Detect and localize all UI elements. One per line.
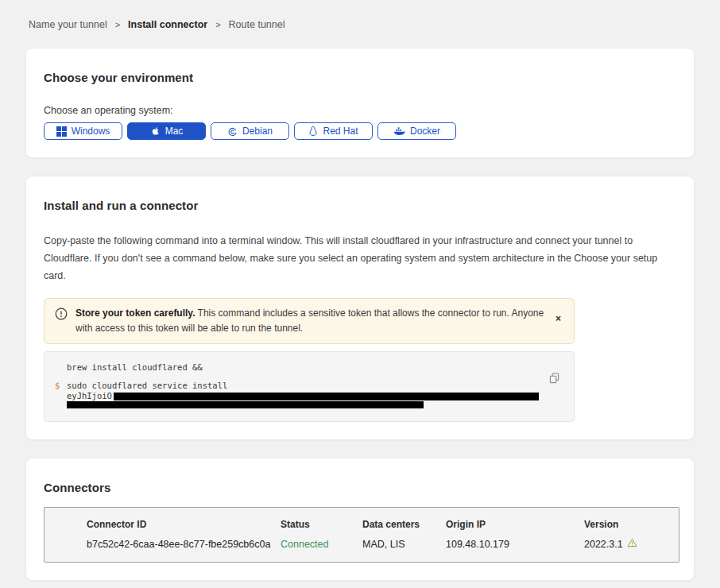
header-origin-ip: Origin IP — [446, 519, 584, 530]
warning-text-bold: Store your token carefully. — [75, 308, 195, 319]
table-header-row: Connector ID Status Data centers Origin … — [87, 519, 679, 538]
close-icon[interactable]: × — [552, 312, 564, 325]
code-line-sudo: sudo cloudflared service install — [67, 381, 552, 391]
token-prefix: eyJhIjoiO — [67, 391, 112, 400]
table-row: b7c52c42-6caa-48ee-8c77-fbe259cb6c0a Con… — [87, 538, 679, 550]
header-data-centers: Data centers — [362, 519, 446, 530]
apple-icon — [150, 126, 161, 137]
cell-connector-id: b7c52c42-6caa-48ee-8c77-fbe259cb6c0a — [87, 539, 281, 550]
redacted-token-bar — [114, 393, 539, 400]
cell-origin-ip: 109.48.10.179 — [446, 539, 584, 550]
status-badge: Connected — [281, 539, 362, 550]
card-title: Choose your environment — [44, 71, 676, 84]
os-button-redhat[interactable]: Red Hat — [294, 122, 373, 140]
connectors-table: Connector ID Status Data centers Origin … — [44, 507, 679, 563]
version-value: 2022.3.1 — [584, 539, 623, 550]
copy-icon[interactable] — [549, 373, 559, 386]
page: Name your tunnel > Install connector > R… — [0, 0, 720, 588]
breadcrumb-separator: > — [115, 20, 120, 29]
card-title: Install and run a connector — [44, 199, 676, 212]
header-version: Version — [584, 519, 679, 530]
os-button-group: Windows Mac Debian Red Hat — [44, 122, 676, 140]
token-warning-banner: Store your token carefully. This command… — [44, 298, 575, 344]
install-description: Copy-paste the following command into a … — [44, 233, 676, 285]
shell-prompt: $ — [55, 381, 60, 390]
breadcrumb-step-route-tunnel[interactable]: Route tunnel — [229, 19, 285, 30]
card-title: Connectors — [44, 481, 676, 494]
os-button-label: Mac — [165, 126, 184, 137]
redacted-token-bar — [67, 401, 424, 408]
os-button-label: Debian — [242, 126, 273, 137]
code-line-token: eyJhIjoiO — [67, 391, 552, 401]
breadcrumb-step-name-your-tunnel[interactable]: Name your tunnel — [29, 19, 107, 30]
warning-icon — [627, 538, 637, 550]
code-line-token-2 — [67, 401, 552, 412]
connectors-card: Connectors Connector ID Status Data cent… — [25, 458, 695, 581]
os-select-label: Choose an operating system: — [44, 105, 676, 116]
os-button-label: Red Hat — [323, 126, 358, 137]
header-connector-id: Connector ID — [87, 519, 281, 530]
os-button-windows[interactable]: Windows — [44, 122, 122, 140]
windows-icon — [56, 126, 67, 137]
debian-icon — [227, 126, 238, 137]
code-command: $ sudo cloudflared service install eyJhI… — [67, 381, 552, 412]
cell-data-centers: MAD, LIS — [362, 539, 446, 550]
redhat-icon — [308, 126, 318, 137]
warning-text: Store your token carefully. This command… — [75, 306, 544, 336]
info-icon — [55, 308, 68, 323]
header-status: Status — [281, 519, 362, 530]
install-connector-card: Install and run a connector Copy-paste t… — [25, 176, 695, 440]
code-line-brew: brew install cloudflared && — [67, 362, 552, 372]
docker-icon — [393, 126, 405, 136]
os-button-mac[interactable]: Mac — [127, 122, 206, 140]
breadcrumb: Name your tunnel > Install connector > R… — [25, 19, 695, 30]
os-button-label: Docker — [410, 126, 440, 137]
breadcrumb-separator: > — [215, 20, 220, 29]
os-button-docker[interactable]: Docker — [377, 122, 456, 140]
choose-environment-card: Choose your environment Choose an operat… — [25, 48, 695, 158]
cell-version: 2022.3.1 — [584, 538, 679, 550]
os-button-debian[interactable]: Debian — [211, 122, 289, 140]
os-button-label: Windows — [72, 126, 110, 137]
breadcrumb-step-install-connector[interactable]: Install connector — [128, 19, 207, 30]
install-command-code-block: brew install cloudflared && $ sudo cloud… — [44, 351, 575, 422]
